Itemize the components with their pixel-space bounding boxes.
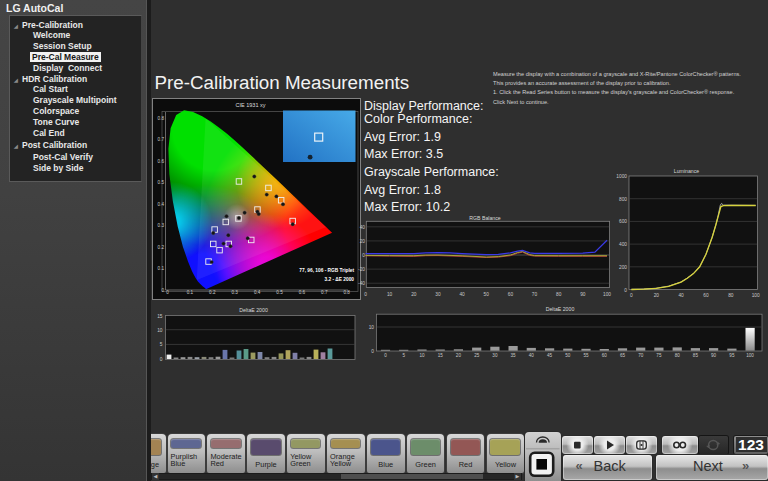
svg-text:0.7: 0.7 xyxy=(321,289,328,294)
svg-text:20: 20 xyxy=(456,353,462,358)
svg-text:40: 40 xyxy=(360,225,366,230)
svg-text:0.2: 0.2 xyxy=(209,289,216,294)
svg-text:0.5: 0.5 xyxy=(157,180,164,185)
svg-text:0.4: 0.4 xyxy=(157,201,164,206)
svg-text:90: 90 xyxy=(711,353,717,358)
svg-text:400: 400 xyxy=(619,242,627,247)
svg-text:40: 40 xyxy=(678,293,684,298)
svg-text:0: 0 xyxy=(630,293,633,298)
svg-text:0.1: 0.1 xyxy=(186,289,193,294)
svg-text:80: 80 xyxy=(556,292,562,297)
svg-text:60: 60 xyxy=(703,293,709,298)
svg-text:0.4: 0.4 xyxy=(253,289,260,294)
svg-text:200: 200 xyxy=(619,265,627,270)
svg-text:77, 96, 106 - RGB Triplet: 77, 96, 106 - RGB Triplet xyxy=(299,268,354,273)
svg-text:25: 25 xyxy=(474,353,480,358)
svg-text:0.1: 0.1 xyxy=(157,266,164,271)
svg-text:0: 0 xyxy=(371,349,374,354)
svg-text:20: 20 xyxy=(654,293,660,298)
svg-text:0.2: 0.2 xyxy=(157,244,164,249)
svg-text:95: 95 xyxy=(729,353,735,358)
svg-text:100: 100 xyxy=(752,293,760,298)
svg-text:30: 30 xyxy=(435,292,441,297)
svg-text:90: 90 xyxy=(580,292,586,297)
svg-text:0: 0 xyxy=(624,288,627,293)
svg-text:30: 30 xyxy=(492,353,498,358)
svg-text:20: 20 xyxy=(411,292,417,297)
svg-text:0.6: 0.6 xyxy=(298,289,305,294)
svg-text:20: 20 xyxy=(360,239,366,244)
svg-text:70: 70 xyxy=(638,353,644,358)
svg-text:0: 0 xyxy=(362,253,365,258)
svg-text:60: 60 xyxy=(508,292,514,297)
svg-text:15: 15 xyxy=(157,314,163,319)
svg-text:-40: -40 xyxy=(358,281,365,286)
svg-text:0.6: 0.6 xyxy=(157,158,164,163)
svg-text:0: 0 xyxy=(161,288,164,293)
svg-text:0.8: 0.8 xyxy=(343,289,350,294)
svg-text:1000: 1000 xyxy=(616,174,627,179)
svg-text:0: 0 xyxy=(364,292,367,297)
svg-text:RGB Balance: RGB Balance xyxy=(469,215,501,221)
svg-text:3.2 - ΔE 2000: 3.2 - ΔE 2000 xyxy=(324,277,354,282)
svg-text:100: 100 xyxy=(603,292,611,297)
svg-text:0.5: 0.5 xyxy=(276,289,283,294)
svg-text:80: 80 xyxy=(728,293,734,298)
svg-text:70: 70 xyxy=(532,292,538,297)
svg-text:50: 50 xyxy=(565,353,571,358)
svg-text:DeltaE 2000: DeltaE 2000 xyxy=(546,306,575,312)
svg-text:0: 0 xyxy=(384,353,387,358)
svg-text:5: 5 xyxy=(402,353,405,358)
svg-text:75: 75 xyxy=(656,353,662,358)
svg-text:0: 0 xyxy=(166,289,169,294)
svg-text:85: 85 xyxy=(693,353,699,358)
svg-text:10: 10 xyxy=(369,325,375,330)
svg-text:0: 0 xyxy=(160,357,163,362)
svg-text:50: 50 xyxy=(484,292,490,297)
svg-text:35: 35 xyxy=(511,353,517,358)
svg-text:15: 15 xyxy=(438,353,444,358)
svg-text:10: 10 xyxy=(387,292,393,297)
svg-text:-20: -20 xyxy=(358,267,365,272)
svg-text:CIE 1931 xy: CIE 1931 xy xyxy=(235,102,265,108)
svg-text:80: 80 xyxy=(675,353,681,358)
svg-text:0.3: 0.3 xyxy=(157,223,164,228)
svg-text:65: 65 xyxy=(620,353,626,358)
svg-text:DeltaE 2000: DeltaE 2000 xyxy=(239,307,268,313)
svg-text:Luminance: Luminance xyxy=(674,168,699,174)
svg-text:10: 10 xyxy=(157,328,163,333)
svg-text:10: 10 xyxy=(419,353,425,358)
svg-text:0.8: 0.8 xyxy=(157,115,164,120)
svg-text:55: 55 xyxy=(583,353,589,358)
svg-text:100: 100 xyxy=(746,353,754,358)
svg-text:60: 60 xyxy=(602,353,608,358)
svg-text:40: 40 xyxy=(459,292,465,297)
svg-text:800: 800 xyxy=(619,197,627,202)
svg-text:0.7: 0.7 xyxy=(157,137,164,142)
svg-text:5: 5 xyxy=(160,342,163,347)
svg-text:600: 600 xyxy=(619,219,627,224)
svg-text:40: 40 xyxy=(529,353,535,358)
svg-text:0.3: 0.3 xyxy=(231,289,238,294)
svg-text:45: 45 xyxy=(547,353,553,358)
